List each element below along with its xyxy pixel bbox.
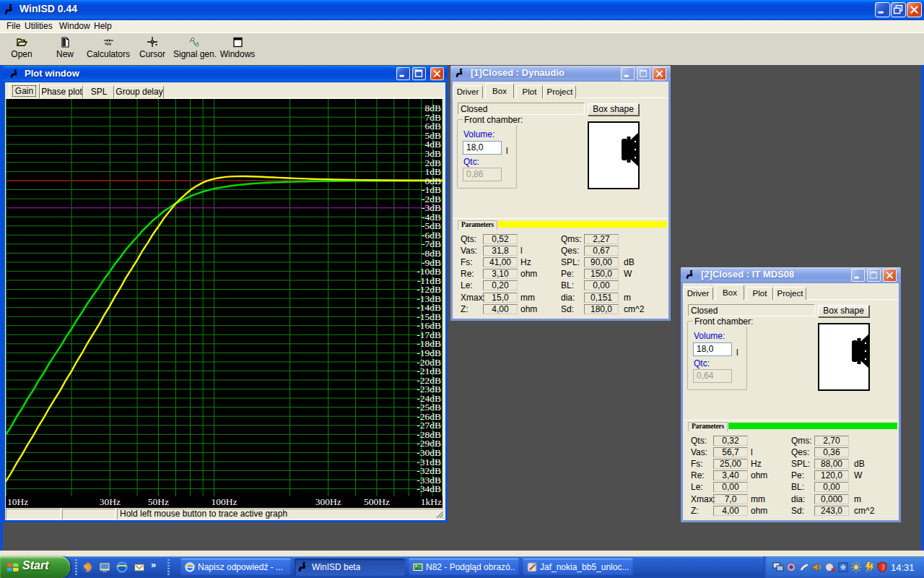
svg-text:500Hz: 500Hz	[364, 496, 390, 507]
svg-text:1kHz: 1kHz	[421, 496, 442, 507]
svg-text:-34dB: -34dB	[417, 483, 441, 494]
svg-text:100Hz: 100Hz	[212, 496, 237, 507]
svg-text:30Hz: 30Hz	[100, 496, 121, 507]
svg-text:300Hz: 300Hz	[315, 496, 341, 507]
svg-text:10Hz: 10Hz	[7, 496, 28, 507]
svg-text:50Hz: 50Hz	[148, 496, 169, 507]
